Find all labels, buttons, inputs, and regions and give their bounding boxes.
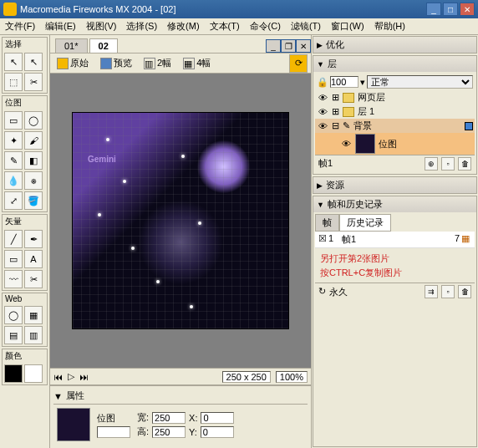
bitmap-object[interactable]: 👁 位图 (315, 133, 475, 155)
menu-filters[interactable]: 滤镜(T) (286, 18, 326, 34)
menu-commands[interactable]: 命令(C) (245, 18, 286, 34)
hotspot-tool[interactable]: ◯ (4, 306, 23, 324)
view-2up[interactable]: ▥2幅 (140, 56, 175, 70)
pencil-icon: ✎ (343, 120, 350, 131)
doc-minimize[interactable]: _ (266, 39, 281, 53)
view-original[interactable]: 原始 (53, 56, 92, 70)
height-input[interactable] (152, 426, 186, 438)
frames-history-header[interactable]: ▼帧和历史记录 (313, 196, 476, 212)
menu-select[interactable]: 选择(S) (121, 18, 162, 34)
layer-thumbnail (355, 134, 375, 154)
loop-icon[interactable]: ↻ (318, 286, 326, 298)
menu-window[interactable]: 窗口(W) (326, 18, 369, 34)
marquee-tool[interactable]: ▭ (4, 111, 23, 130)
close-button[interactable]: ✕ (460, 3, 475, 16)
two-up-icon: ▥ (144, 58, 155, 69)
menu-file[interactable]: 文件(F) (0, 18, 40, 34)
layer-web[interactable]: 👁⊞ 网页层 (315, 90, 475, 104)
stroke-color[interactable] (4, 364, 23, 383)
text-tool[interactable]: A (24, 250, 43, 268)
export-icon[interactable]: ⟳ (289, 54, 308, 73)
fill-color[interactable] (24, 364, 43, 383)
subselect-tool[interactable]: ↖ (24, 53, 43, 71)
layer-1[interactable]: 👁⊞ 层 1 (315, 104, 475, 119)
line-tool[interactable]: ╱ (4, 230, 23, 248)
play-icon[interactable]: ▷ (68, 371, 74, 382)
optimize-panel-header[interactable]: ▶优化 (313, 37, 476, 53)
crop-tool[interactable]: ✂ (24, 73, 43, 91)
opacity-input[interactable] (330, 76, 358, 88)
view-preview[interactable]: 预览 (97, 56, 135, 70)
eraser-tool[interactable]: ◧ (24, 151, 43, 170)
menu-view[interactable]: 视图(V) (81, 18, 122, 34)
minimize-button[interactable]: _ (426, 3, 441, 16)
new-sublayer-icon[interactable]: ⊕ (425, 157, 438, 171)
y-input[interactable] (201, 426, 234, 438)
history-row[interactable]: ☒ 1 帧1 7 ▦ (315, 232, 475, 248)
knife-tool[interactable]: ✂ (24, 270, 43, 288)
tab-history[interactable]: 历史记录 (339, 214, 391, 232)
blend-mode-select[interactable]: 正常 (367, 75, 473, 89)
original-icon (57, 58, 69, 69)
menu-text[interactable]: 文本(T) (205, 18, 245, 34)
titlebar: Macromedia Fireworks MX 2004 - [02] _ □ … (0, 0, 478, 18)
tools-color-label: 颜色 (3, 349, 47, 363)
maximize-button[interactable]: □ (443, 3, 458, 16)
object-name-input[interactable] (97, 426, 130, 438)
view-4up[interactable]: ▦4幅 (180, 56, 214, 70)
x-input[interactable] (201, 412, 234, 424)
lock-icon[interactable]: 🔒 (317, 77, 328, 88)
eyedropper-tool[interactable]: ⤢ (4, 191, 23, 210)
freeform-tool[interactable]: 〰 (4, 270, 23, 288)
tools-web-label: Web (3, 293, 47, 304)
slice-tool[interactable]: ▦ (24, 306, 43, 324)
play-last-icon[interactable]: ⏭ (79, 372, 89, 382)
tab-frames[interactable]: 帧 (315, 214, 339, 232)
rect-tool[interactable]: ▭ (4, 250, 23, 268)
lasso-tool[interactable]: ◯ (24, 111, 43, 130)
canvas[interactable]: Gemini (72, 112, 289, 329)
blur-tool[interactable]: 💧 (4, 171, 23, 190)
new-layer-icon[interactable]: ▫ (441, 157, 455, 171)
properties-panel: ▼属性 位图 宽:X: 高:Y: (50, 384, 311, 448)
layers-panel-header[interactable]: ▼层 (313, 56, 476, 72)
menu-edit[interactable]: 编辑(E) (40, 18, 81, 34)
scale-tool[interactable]: ⬚ (4, 73, 23, 91)
menu-help[interactable]: 帮助(H) (369, 18, 410, 34)
canvas-area[interactable]: Gemini (50, 74, 311, 368)
show-tool[interactable]: ▥ (24, 326, 43, 344)
play-first-icon[interactable]: ⏮ (53, 372, 63, 382)
forever-label: 永久 (329, 286, 348, 298)
object-type: 位图 (97, 412, 115, 425)
color-swatch[interactable] (465, 122, 473, 130)
properties-title: 属性 (66, 389, 84, 402)
stamp-tool[interactable]: ⎈ (24, 171, 43, 190)
pencil-tool[interactable]: ✎ (4, 151, 23, 170)
doc-close[interactable]: ✕ (296, 39, 311, 53)
chevron-down-icon[interactable]: ▼ (53, 391, 63, 401)
eye-icon[interactable]: 👁 (317, 120, 328, 132)
wand-tool[interactable]: ✦ (4, 131, 23, 150)
eye-icon[interactable]: 👁 (317, 92, 328, 104)
layer-background[interactable]: 👁⊟ ✎ 背景 (315, 119, 475, 133)
eye-icon[interactable]: 👁 (317, 106, 328, 118)
tab-01[interactable]: 01* (55, 38, 88, 53)
pen-tool[interactable]: ✒ (24, 230, 43, 248)
pointer-tool[interactable]: ↖ (4, 53, 23, 71)
assets-panel-header[interactable]: ▶资源 (313, 177, 476, 193)
tools-vector-label: 矢量 (3, 215, 47, 228)
frame-label[interactable]: 帧1 (318, 157, 333, 171)
bucket-tool[interactable]: 🪣 (24, 191, 43, 210)
trash-icon[interactable]: 🗑 (458, 285, 471, 298)
zoom-field[interactable]: 100% (276, 371, 308, 383)
tab-02[interactable]: 02 (89, 38, 118, 53)
new-frame-icon[interactable]: ▫ (441, 285, 455, 298)
width-input[interactable] (152, 412, 186, 424)
hide-tool[interactable]: ▤ (4, 326, 23, 344)
menu-modify[interactable]: 修改(M) (162, 18, 205, 34)
doc-restore[interactable]: ❐ (281, 39, 296, 53)
brush-tool[interactable]: 🖌 (24, 131, 43, 150)
eye-icon[interactable]: 👁 (340, 138, 352, 150)
trash-icon[interactable]: 🗑 (458, 157, 471, 171)
distribute-icon[interactable]: ⇉ (425, 285, 438, 298)
